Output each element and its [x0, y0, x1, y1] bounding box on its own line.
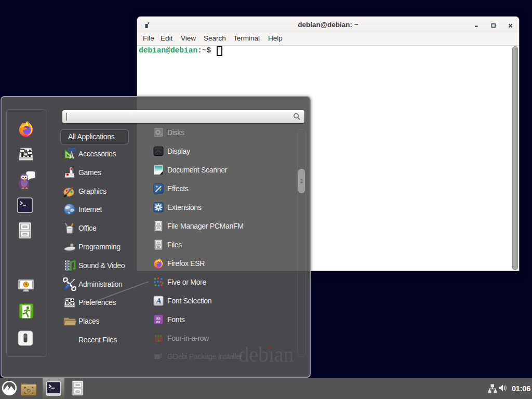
svg-text:A: A [156, 297, 162, 305]
svg-text:D: D [27, 388, 31, 393]
svg-text:aa: aa [156, 320, 160, 324]
